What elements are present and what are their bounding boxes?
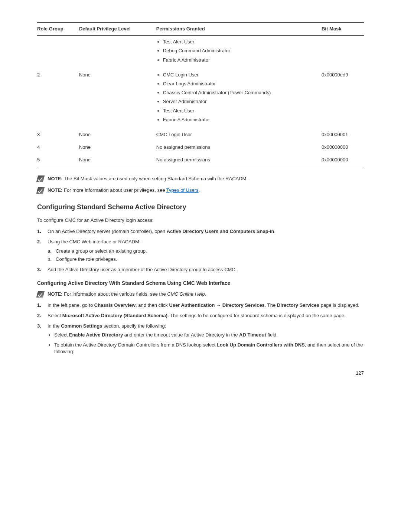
table-row: 2 None CMC Login User Clear Logs Adminis… [37, 69, 364, 128]
arrow-icon: → [215, 302, 222, 308]
steps-list: On an Active Directory server (domain co… [37, 228, 364, 273]
list-item: Clear Logs Administrator [163, 81, 318, 87]
substep-item: Configure the role privileges. [48, 256, 364, 263]
types-of-users-link[interactable]: Types of Users [166, 187, 199, 193]
col-bitmask: Bit Mask [322, 23, 364, 36]
steps-list-2: In the left pane, go to Chassis Overview… [37, 302, 364, 355]
bullet-item: Select Enable Active Directory and enter… [54, 332, 364, 338]
note-icon [36, 291, 45, 298]
heading-config-web: Configuring Active Directory With Standa… [37, 280, 364, 287]
step-item: In the Common Settings section, specify … [37, 323, 364, 355]
note-icon [36, 175, 45, 182]
col-permissions: Permissions Granted [156, 23, 322, 36]
list-item: Test Alert User [163, 39, 318, 45]
substep-item: Create a group or select an existing gro… [48, 248, 364, 254]
table-row: Test Alert User Debug Command Administra… [37, 36, 364, 69]
note-icon [36, 187, 45, 194]
step-item: Select Microsoft Active Directory (Stand… [37, 312, 364, 319]
col-role-group: Role Group [37, 23, 79, 36]
heading-config-schema: Configuring Standard Schema Active Direc… [37, 203, 364, 212]
list-item: Test Alert User [163, 108, 318, 114]
note-block: NOTE: For more information about user pr… [37, 187, 364, 194]
col-privilege: Default Privilege Level [79, 23, 156, 36]
list-item: Debug Command Administrator [163, 47, 318, 54]
list-item: Server Administrator [163, 98, 318, 105]
list-item: Chassis Control Administrator (Power Com… [163, 89, 318, 96]
step-item: Using the CMC Web interface or RACADM: C… [37, 239, 364, 263]
note-block: NOTE: For information about the various … [37, 291, 364, 298]
note-block: NOTE: The Bit Mask values are used only … [37, 175, 364, 182]
table-row: 5 None No assigned permissions 0x0000000… [37, 154, 364, 168]
step-item: On an Active Directory server (domain co… [37, 228, 364, 235]
table-row: 4 None No assigned permissions 0x0000000… [37, 141, 364, 154]
list-item: Fabric A Administrator [163, 116, 318, 123]
privilege-table: Role Group Default Privilege Level Permi… [37, 22, 364, 168]
list-item: CMC Login User [163, 72, 318, 78]
intro-text: To configure CMC for an Active Directory… [37, 217, 364, 224]
page-number: 127 [37, 370, 364, 377]
step-item: In the left pane, go to Chassis Overview… [37, 302, 364, 309]
bullet-item: To obtain the Active Directory Domain Co… [54, 342, 364, 355]
list-item: Fabric A Administrator [163, 57, 318, 63]
step-item: Add the Active Directory user as a membe… [37, 266, 364, 273]
table-row: 3 None CMC Login User 0x00000001 [37, 128, 364, 141]
